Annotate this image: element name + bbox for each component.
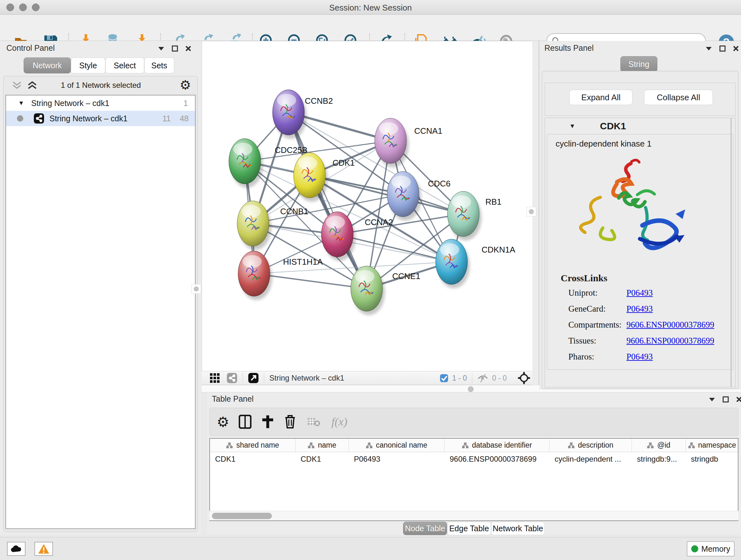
birds-eye-grid-icon[interactable] [210,373,219,383]
collection-label: String Network – cdk1 [31,99,110,108]
crosslink-row: Pharos:P06493 [568,352,733,362]
network-view-canvas[interactable]: CCNB2CCNA1CDC25BCDK1CDC6RB1CCNB1CCNA2CDK… [202,41,532,371]
node-CDK1[interactable]: CDK1 [293,152,354,202]
table-hscroll[interactable] [209,511,738,520]
column-header-description[interactable]: description [549,439,632,452]
gene-details: cyclin-dependent kinase 1 [547,134,733,370]
node-CCNA2[interactable]: CCNA2 [321,212,393,261]
table-cell[interactable]: stringdb:9... [632,452,686,466]
network-row[interactable]: String Network – cdk1 11 48 [6,111,195,126]
delete-column-icon[interactable] [284,415,296,429]
delete-table-icon[interactable] [307,417,320,427]
column-attribute-icon [226,442,233,449]
warning-status-button[interactable] [35,542,53,556]
column-header-name[interactable]: name [295,439,349,452]
window-title: Session: New Session [0,3,741,13]
open-in-window-icon[interactable] [248,373,259,383]
crosslink-value-link[interactable]: 9606.ENSP00000378699 [626,336,714,346]
table-cell[interactable]: stringdb [686,452,738,466]
table-hscroll-thumb[interactable] [212,513,272,519]
table-panel-title: Table Panel [212,394,254,403]
panel-float-icon[interactable] [723,396,729,402]
tab-network-table[interactable]: Network Table [491,522,545,535]
table-cell[interactable]: P06493 [349,452,445,466]
control-panel: Control Panel Network Style Select Sets … [0,41,201,535]
node-table: shared namenamecanonical namedatabase id… [209,438,738,521]
results-buttons-box: Expand All Collapse All [545,83,736,116]
panel-float-icon[interactable] [719,45,726,52]
show-columns-icon[interactable] [239,415,252,429]
splitter-dot-icon [468,386,474,392]
crosslink-value-link[interactable]: P06493 [626,288,653,298]
memory-button[interactable]: Memory [687,541,735,557]
function-builder-icon[interactable]: f(x) [331,415,347,428]
node-CDC6[interactable]: CDC6 [387,172,451,221]
crosslink-label: Compartments: [568,320,626,330]
crosslink-value-link[interactable]: P06493 [626,352,653,362]
results-vscroll[interactable] [731,118,732,387]
panel-float-menu-icon[interactable] [705,46,712,51]
status-bar: Memory [0,537,741,560]
crosslink-value-link[interactable]: 9606.ENSP00000378699 [626,320,714,330]
protein-structure-image [562,157,696,265]
tab-string[interactable]: String [620,56,657,72]
collapse-all-button[interactable]: Collapse All [644,90,713,105]
expand-all-button[interactable]: Expand All [569,90,632,105]
column-header-canonical-name[interactable]: canonical name [349,439,445,452]
node-CCNB2[interactable]: CCNB2 [273,90,333,139]
table-options-gear-icon[interactable]: ⚙ [217,414,229,430]
network-options-gear-icon[interactable]: ⚙ [180,78,191,92]
gene-expander-icon[interactable]: ▼ [569,123,576,130]
panel-float-icon[interactable] [172,45,178,52]
panel-close-icon[interactable] [185,45,192,52]
crosslink-label: GeneCard: [568,304,626,314]
node-CCNA1[interactable]: CCNA1 [375,118,442,167]
panel-float-menu-icon[interactable] [158,46,165,51]
fit-selected-crosshair-icon[interactable] [518,372,530,384]
tab-style[interactable]: Style [71,57,105,73]
crosslink-row: Tissues:9606.ENSP00000378699 [568,336,733,346]
right-splitter-handle[interactable] [527,207,536,216]
network-share-icon[interactable] [226,373,238,383]
cloud-status-button[interactable] [7,542,25,556]
column-attribute-icon [568,442,575,449]
node-HIST1H1A[interactable]: HIST1H1A [238,251,323,300]
main-toolbar: ? [0,15,741,41]
tab-network[interactable]: Network [23,57,71,73]
left-splitter-handle[interactable] [192,284,201,294]
panel-close-icon[interactable] [733,45,739,52]
gene-card: ▼ CDK1 cyclin-dependent kinase 1 [545,118,736,387]
network-edges[interactable] [245,112,463,289]
panel-close-icon[interactable] [736,396,741,402]
tab-node-table[interactable]: Node Table [403,522,447,535]
table-cell[interactable]: CDK1 [295,452,349,466]
node-CDKN1A[interactable]: CDKN1A [435,239,515,288]
column-header-label: name [318,441,336,449]
column-header-shared-name[interactable]: shared name [210,439,295,452]
crosslink-label: Pharos: [568,352,626,362]
tab-select[interactable]: Select [105,57,144,73]
control-panel-title: Control Panel [6,44,55,53]
add-column-icon[interactable] [262,415,274,429]
table-row[interactable]: CDK1CDK1P064939606.ENSP00000378699cyclin… [210,452,738,466]
table-cell[interactable]: CDK1 [210,452,295,466]
current-network-dot-icon [17,115,23,122]
node-RB1[interactable]: RB1 [448,191,502,240]
warning-icon [38,544,50,554]
column-header-database-identifier[interactable]: database identifier [445,439,549,452]
crosslink-row: GeneCard:P06493 [568,304,733,314]
window-titlebar: Session: New Session [0,0,741,15]
column-header--id[interactable]: @id [632,439,686,452]
panel-float-menu-icon[interactable] [709,397,716,401]
table-cell[interactable]: 9606.ENSP00000378699 [445,452,549,466]
column-header-namespace[interactable]: namespace [686,439,738,452]
tab-sets[interactable]: Sets [144,57,174,73]
selected-nodes-checkbox-icon[interactable] [440,374,448,382]
table-cell[interactable]: cyclin-dependent ... [549,452,632,466]
tab-edge-table[interactable]: Edge Table [447,522,491,535]
network-collection-row[interactable]: ▼ String Network – cdk1 1 [6,96,195,111]
node-label-HIST1H1A: HIST1H1A [283,257,323,266]
node-label-RB1: RB1 [485,197,502,206]
crosslink-value-link[interactable]: P06493 [626,304,653,314]
collection-expander-icon[interactable]: ▼ [18,100,24,107]
